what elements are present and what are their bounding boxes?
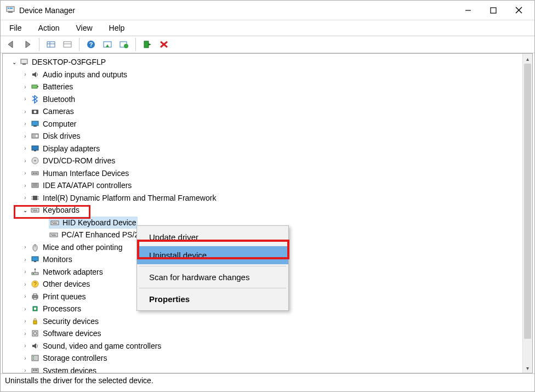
computer-icon [30, 120, 40, 128]
device-tree[interactable]: ⌄DESKTOP-O3FGFLP›Audio inputs and output… [3, 54, 522, 373]
tree-category-hid[interactable]: ›Human Interface Devices [8, 167, 522, 180]
expand-icon[interactable]: › [21, 257, 29, 263]
scroll-down-button[interactable]: ▾ [523, 363, 532, 373]
monitor-icon [30, 255, 40, 264]
menu-file[interactable]: File [6, 22, 25, 33]
svg-rect-31 [32, 146, 38, 150]
show-all-icon[interactable] [43, 37, 59, 52]
expand-icon[interactable]: › [21, 145, 29, 151]
expand-icon[interactable]: › [21, 281, 29, 287]
expand-icon[interactable]: › [21, 170, 29, 176]
expand-icon[interactable]: › [21, 306, 29, 312]
expand-icon[interactable]: › [21, 71, 29, 77]
expand-icon[interactable]: › [21, 133, 29, 139]
tree-item-label: Other devices [43, 280, 90, 288]
forward-button[interactable] [20, 37, 35, 52]
chip-icon [30, 194, 40, 202]
scroll-up-button[interactable]: ▴ [523, 54, 532, 64]
show-hidden-icon[interactable] [60, 37, 75, 52]
tree-category-security[interactable]: ›Security devices [8, 315, 522, 328]
tree-category-speaker[interactable]: ›Audio inputs and outputs [8, 69, 522, 81]
update-driver-icon[interactable] [116, 37, 132, 52]
expand-icon[interactable]: › [21, 109, 29, 115]
expand-icon[interactable]: › [21, 355, 29, 361]
tree-item-label: Keyboards [43, 206, 79, 214]
tree-category-disk[interactable]: ›Disk drives [8, 130, 522, 143]
tree-category-storage[interactable]: ›Storage controllers [8, 352, 522, 365]
expand-icon[interactable]: › [21, 84, 29, 90]
svg-rect-42 [33, 196, 37, 200]
svg-point-34 [35, 160, 36, 162]
svg-rect-5 [491, 8, 496, 13]
scroll-thumb[interactable] [524, 64, 531, 339]
svg-rect-36 [33, 173, 34, 174]
svg-rect-49 [34, 209, 35, 210]
speaker-icon [30, 342, 40, 350]
expand-icon[interactable]: › [21, 121, 29, 127]
tree-category-display[interactable]: ›Display adapters [8, 143, 522, 155]
uninstall-device-icon[interactable] [156, 37, 172, 52]
tree-category-keyboard[interactable]: ⌄Keyboards [8, 204, 522, 217]
expand-icon[interactable]: › [21, 269, 29, 275]
tree-category-system[interactable]: ›System devices [8, 365, 522, 373]
expand-icon[interactable]: › [21, 183, 29, 189]
tree-category-software[interactable]: ›Software devices [8, 327, 522, 340]
tree-category-camera[interactable]: ›Cameras [8, 105, 522, 118]
svg-rect-27 [32, 121, 38, 126]
tree-category-ide[interactable]: ›IDE ATA/ATAPI controllers [8, 179, 522, 192]
vertical-scrollbar[interactable]: ▴ ▾ [522, 54, 532, 373]
tree-root[interactable]: ⌄DESKTOP-O3FGFLP [8, 56, 522, 69]
tree-category-dvd[interactable]: ›DVD/CD-ROM drives [8, 155, 522, 167]
tree-item-label: Computer [43, 120, 76, 128]
expand-icon[interactable]: › [21, 158, 29, 164]
minimize-button[interactable] [456, 2, 481, 19]
expand-icon[interactable]: › [21, 343, 29, 349]
menu-view[interactable]: View [72, 22, 95, 33]
help-icon[interactable]: ? [83, 37, 99, 52]
svg-rect-60 [54, 234, 55, 235]
tree-category-speaker[interactable]: ›Sound, video and game controllers [8, 340, 522, 353]
menu-action[interactable]: Action [35, 22, 63, 33]
expand-icon[interactable]: › [21, 96, 29, 102]
close-button[interactable] [506, 2, 531, 19]
bluetooth-icon [30, 95, 40, 104]
context-menu-item[interactable]: Uninstall device [137, 246, 288, 264]
svg-rect-37 [35, 173, 36, 174]
network-icon [30, 268, 40, 276]
tree-category-chip[interactable]: ›Intel(R) Dynamic Platform and Thermal F… [8, 192, 522, 204]
svg-point-82 [33, 359, 34, 360]
tree-category-computer[interactable]: ›Computer [8, 118, 522, 130]
context-menu-separator [139, 288, 286, 288]
tree-item-label: Disk drives [43, 132, 80, 140]
svg-rect-76 [34, 308, 36, 310]
tree-item-label: Storage controllers [43, 354, 107, 362]
enable-device-icon[interactable] [140, 37, 155, 52]
scan-hardware-icon[interactable] [100, 37, 115, 52]
tree-category-battery[interactable]: ›Batteries [8, 81, 522, 93]
tree-item-label: Cameras [43, 107, 74, 116]
tree-item-label: Audio inputs and outputs [43, 70, 127, 79]
expand-icon[interactable]: › [21, 293, 29, 299]
expand-icon[interactable]: › [21, 195, 29, 201]
expand-icon[interactable]: › [21, 244, 29, 250]
back-button[interactable] [3, 37, 19, 52]
svg-rect-84 [33, 370, 35, 371]
cpu-icon [30, 304, 40, 313]
svg-rect-64 [32, 257, 38, 261]
collapse-icon[interactable]: ⌄ [10, 59, 18, 65]
keyboard-icon [30, 206, 40, 214]
collapse-icon[interactable]: ⌄ [21, 207, 29, 213]
context-menu-item[interactable]: Properties [137, 290, 288, 308]
context-menu-item[interactable]: Scan for hardware changes [137, 268, 288, 286]
context-menu-item[interactable]: Update driver [137, 228, 288, 246]
tree-category-bluetooth[interactable]: ›Bluetooth [8, 93, 522, 106]
expand-icon[interactable]: › [21, 367, 29, 373]
maximize-button[interactable] [481, 2, 506, 19]
svg-rect-73 [33, 294, 37, 296]
menu-help[interactable]: Help [106, 22, 128, 33]
expand-icon[interactable]: › [21, 318, 29, 324]
toolbar: ? [1, 36, 534, 53]
expand-icon[interactable]: › [21, 331, 29, 337]
svg-rect-1 [8, 12, 13, 13]
svg-rect-50 [36, 209, 37, 210]
